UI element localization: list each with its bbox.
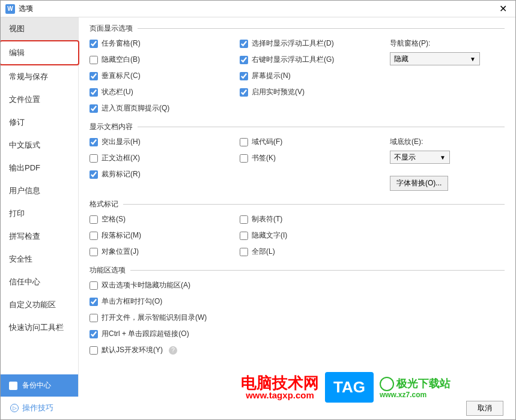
backup-center-label: 备份中心: [22, 380, 51, 391]
sidebar-item[interactable]: 打印: [1, 202, 78, 225]
format-marks-section: 格式标记 空格(S)段落标记(M)对象位置(J) 制表符(T)隐藏文字(I)全部…: [90, 199, 505, 257]
checkbox-label: 选择时显示浮动工具栏(D): [252, 38, 334, 49]
checkbox-input[interactable]: [240, 56, 248, 64]
checkbox-input[interactable]: [240, 72, 248, 80]
checkbox-label: 单击方框时打勾(O): [102, 296, 162, 307]
checkbox-input[interactable]: [90, 330, 98, 338]
checkbox-input[interactable]: [90, 72, 98, 80]
shading-select[interactable]: 不显示 ▼: [390, 151, 450, 164]
checkbox-input[interactable]: [90, 104, 98, 113]
sidebar-item[interactable]: 信任中心: [1, 271, 78, 293]
checkbox-option[interactable]: 选择时显示浮动工具栏(D): [240, 38, 378, 49]
checkbox-option[interactable]: 对象位置(J): [90, 247, 228, 257]
help-icon[interactable]: ?: [169, 346, 177, 355]
checkbox-option[interactable]: 书签(K): [240, 153, 378, 163]
checkbox-option[interactable]: 状态栏(U): [90, 87, 228, 97]
checkbox-input[interactable]: [90, 248, 98, 256]
nav-pane-select[interactable]: 隐藏 ▼: [390, 52, 480, 65]
checkbox-option[interactable]: 突出显示(H): [90, 137, 228, 147]
checkbox-label: 隐藏空白(B): [102, 55, 140, 65]
footer: ▷ 操作技巧: [1, 397, 515, 419]
checkbox-option[interactable]: 任务窗格(R): [90, 38, 228, 49]
sidebar-item[interactable]: 文件位置: [1, 88, 78, 111]
checkbox-option[interactable]: 默认JS开发环境(Y)?: [90, 345, 505, 355]
sidebar-item[interactable]: 视图: [1, 17, 78, 40]
checkbox-input[interactable]: [240, 40, 248, 48]
sidebar-item[interactable]: 安全性: [1, 248, 78, 271]
checkbox-input[interactable]: [90, 56, 98, 64]
chevron-down-icon: ▼: [470, 56, 476, 62]
sidebar-item[interactable]: 拼写检查: [1, 225, 78, 248]
checkbox-label: 状态栏(U): [102, 87, 133, 97]
checkbox-label: 裁剪标记(R): [102, 169, 141, 179]
checkbox-input[interactable]: [90, 314, 98, 322]
section-title: 页面显示选项: [90, 23, 138, 34]
backup-center-button[interactable]: 备份中心: [1, 374, 78, 397]
checkbox-label: 双击选项卡时隐藏功能区(A): [102, 280, 190, 290]
section-title: 格式标记: [90, 199, 123, 209]
checkbox-option[interactable]: 隐藏文字(I): [240, 230, 378, 241]
font-replace-button[interactable]: 字体替换(O)...: [390, 176, 448, 191]
checkbox-label: 空格(S): [102, 214, 126, 224]
checkbox-input[interactable]: [240, 88, 248, 97]
checkbox-label: 制表符(T): [252, 214, 282, 224]
shading-label: 域底纹(E):: [390, 137, 505, 147]
chevron-down-icon: ▼: [440, 154, 446, 161]
checkbox-input[interactable]: [90, 138, 98, 146]
checkbox-option[interactable]: 进入页眉页脚提示(Q): [90, 103, 228, 113]
checkbox-input[interactable]: [90, 281, 98, 290]
checkbox-input[interactable]: [90, 170, 98, 179]
checkbox-input[interactable]: [90, 154, 98, 163]
sidebar-item[interactable]: 用户信息: [1, 179, 78, 202]
sidebar-item[interactable]: 中文版式: [1, 134, 78, 157]
checkbox-label: 全部(L): [252, 247, 275, 257]
checkbox-option[interactable]: 隐藏空白(B): [90, 55, 228, 65]
checkbox-option[interactable]: 用Ctrl + 单击跟踪超链接(O): [90, 329, 505, 339]
checkbox-input[interactable]: [90, 88, 98, 97]
checkbox-label: 正文边框(X): [102, 153, 140, 163]
cancel-button[interactable]: 取消: [466, 401, 503, 416]
section-title: 功能区选项: [90, 265, 130, 275]
sidebar-item[interactable]: 自定义功能区: [1, 293, 78, 316]
checkbox-option[interactable]: 右键时显示浮动工具栏(G): [240, 55, 378, 65]
checkbox-option[interactable]: 全部(L): [240, 247, 378, 257]
checkbox-option[interactable]: 屏幕提示(N): [240, 71, 378, 81]
tips-link[interactable]: ▷ 操作技巧: [10, 403, 53, 413]
checkbox-input[interactable]: [240, 154, 248, 163]
checkbox-input[interactable]: [240, 138, 248, 146]
checkbox-option[interactable]: 域代码(F): [240, 137, 378, 147]
nav-pane-value: 隐藏: [394, 54, 408, 64]
info-icon: ▷: [10, 404, 19, 412]
page-display-section: 页面显示选项 任务窗格(R)隐藏空白(B)垂直标尺(C)状态栏(U)进入页眉页脚…: [90, 23, 505, 113]
checkbox-label: 垂直标尺(C): [102, 71, 141, 81]
sidebar-item[interactable]: 编辑: [0, 40, 79, 65]
checkbox-label: 屏幕提示(N): [252, 71, 291, 81]
checkbox-input[interactable]: [90, 232, 98, 240]
checkbox-input[interactable]: [90, 298, 98, 306]
sidebar-item[interactable]: 输出PDF: [1, 157, 78, 179]
checkbox-input[interactable]: [90, 40, 98, 48]
checkbox-option[interactable]: 启用实时预览(V): [240, 87, 378, 97]
checkbox-input[interactable]: [240, 232, 248, 240]
checkbox-input[interactable]: [90, 346, 98, 355]
checkbox-option[interactable]: 双击选项卡时隐藏功能区(A): [90, 280, 505, 290]
checkbox-input[interactable]: [90, 215, 98, 224]
checkbox-option[interactable]: 制表符(T): [240, 214, 378, 224]
checkbox-input[interactable]: [240, 215, 248, 224]
checkbox-option[interactable]: 正文边框(X): [90, 153, 228, 163]
sidebar-item[interactable]: 快速访问工具栏: [1, 316, 78, 339]
checkbox-option[interactable]: 垂直标尺(C): [90, 71, 228, 81]
checkbox-label: 隐藏文字(I): [252, 230, 287, 241]
sidebar-item[interactable]: 常规与保存: [1, 65, 78, 88]
checkbox-input[interactable]: [240, 248, 248, 256]
sidebar-item[interactable]: 修订: [1, 111, 78, 134]
close-icon[interactable]: ✕: [496, 3, 511, 14]
checkbox-option[interactable]: 空格(S): [90, 214, 228, 224]
content-area: 页面显示选项 任务窗格(R)隐藏空白(B)垂直标尺(C)状态栏(U)进入页眉页脚…: [78, 17, 515, 397]
window-title: 选项: [19, 4, 496, 14]
checkbox-option[interactable]: 段落标记(M): [90, 230, 228, 241]
checkbox-option[interactable]: 单击方框时打勾(O): [90, 296, 505, 307]
tips-label: 操作技巧: [22, 403, 53, 413]
checkbox-option[interactable]: 打开文件，展示智能识别目录(W): [90, 313, 505, 323]
checkbox-option[interactable]: 裁剪标记(R): [90, 169, 228, 179]
